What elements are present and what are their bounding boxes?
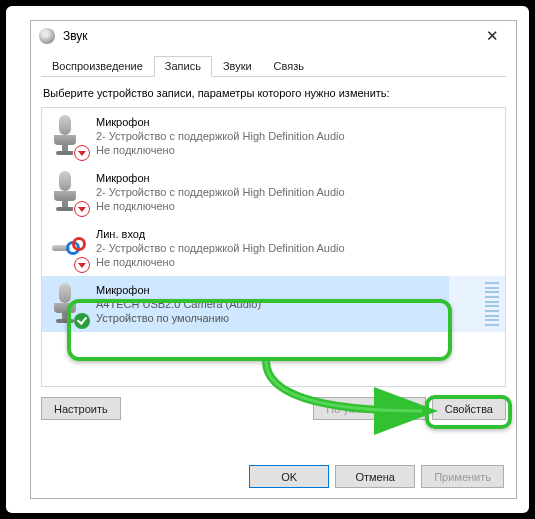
device-row-selected[interactable]: Микрофон A4TECH USB2.0 Camera (Audio) Ус… [42, 276, 505, 332]
device-name: Микрофон [96, 171, 345, 185]
instruction-text: Выберите устройство записи, параметры ко… [43, 87, 504, 99]
properties-button[interactable]: Свойства [432, 397, 506, 420]
sound-icon [39, 28, 55, 44]
sound-dialog: Звук ✕ Воспроизведение Запись Звуки Связ… [30, 20, 517, 499]
device-status: Не подключено [96, 199, 345, 213]
device-row[interactable]: Микрофон 2- Устройство с поддержкой High… [42, 108, 505, 164]
device-row[interactable]: Микрофон 2- Устройство с поддержкой High… [42, 164, 505, 220]
device-status: Устройство по умолчанию [96, 311, 261, 325]
tab-recording[interactable]: Запись [154, 56, 212, 77]
device-desc: A4TECH USB2.0 Camera (Audio) [96, 297, 261, 311]
tab-communications[interactable]: Связь [263, 56, 315, 77]
tabs: Воспроизведение Запись Звуки Связь [41, 55, 506, 77]
titlebar: Звук ✕ [31, 21, 516, 51]
device-name: Микрофон [96, 283, 261, 297]
cancel-button[interactable]: Отмена [335, 465, 415, 488]
ok-button[interactable]: OK [249, 465, 329, 488]
level-meter-icon [485, 282, 499, 326]
tab-sounds[interactable]: Звуки [212, 56, 263, 77]
device-list: Микрофон 2- Устройство с поддержкой High… [41, 107, 506, 387]
device-status: Не подключено [96, 255, 345, 269]
disconnected-badge-icon [74, 257, 90, 273]
default-badge-icon [74, 313, 90, 329]
disconnected-badge-icon [74, 201, 90, 217]
device-desc: 2- Устройство с поддержкой High Definiti… [96, 185, 345, 199]
device-row[interactable]: Лин. вход 2- Устройство с поддержкой Hig… [42, 220, 505, 276]
close-icon[interactable]: ✕ [472, 22, 512, 50]
device-desc: 2- Устройство с поддержкой High Definiti… [96, 129, 345, 143]
microphone-icon [52, 171, 86, 213]
microphone-icon [52, 283, 86, 325]
device-desc: 2- Устройство с поддержкой High Definiti… [96, 241, 345, 255]
set-default-button[interactable]: По умолчанию [313, 397, 425, 420]
disconnected-badge-icon [74, 145, 90, 161]
device-name: Микрофон [96, 115, 345, 129]
tab-playback[interactable]: Воспроизведение [41, 56, 154, 77]
apply-button[interactable]: Применить [421, 465, 504, 488]
line-in-icon [52, 227, 86, 269]
window-title: Звук [63, 29, 88, 43]
microphone-icon [52, 115, 86, 157]
configure-button[interactable]: Настроить [41, 397, 121, 420]
device-status: Не подключено [96, 143, 345, 157]
device-name: Лин. вход [96, 227, 345, 241]
